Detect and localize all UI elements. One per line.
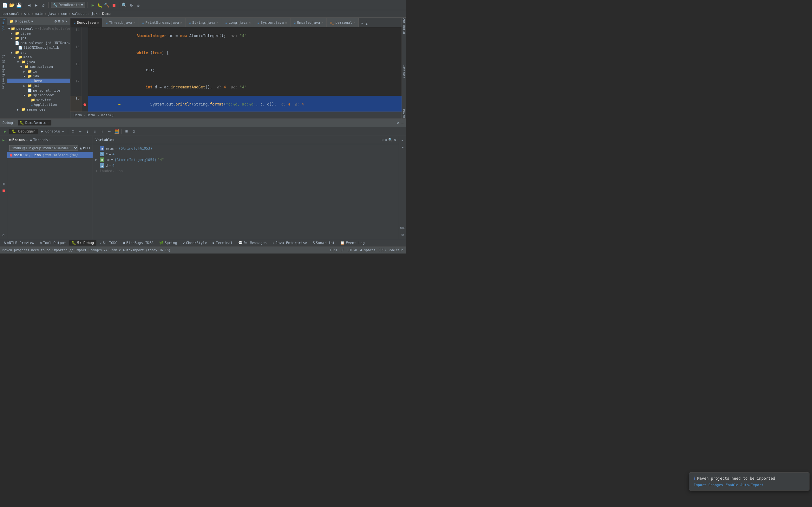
thread-select[interactable]: "main"@1 in group "main": RUNNING [9,145,78,151]
breadcrumb-java[interactable]: java [48,12,56,16]
bottom-tab-findbugs[interactable]: ● FindBugs-IDEA [120,240,156,245]
tree-jni[interactable]: ▼ 📁 jni [7,36,70,41]
var-d[interactable]: i d = 4 [93,163,399,168]
settings-view-btn[interactable]: ▷▷ [400,225,405,231]
debug-icon[interactable]: 🐛 [97,2,103,8]
debug-minimize-icon[interactable]: — [401,121,403,125]
back-icon[interactable]: ◀ [26,2,32,8]
breadcrumb-src[interactable]: src [24,12,31,16]
debug-session-close[interactable]: ✕ [48,121,49,124]
save-icon[interactable]: 💾 [16,2,21,8]
breadcrumb-personal[interactable]: personal [3,12,19,16]
new-file-icon[interactable]: 📄 [2,2,8,8]
tab-string-java[interactable]: ☕ String.java ✕ [186,18,222,27]
tree-idea[interactable]: ▶ 📁 .idea [7,31,70,36]
close-view-btn[interactable]: ⚙ [400,232,405,238]
force-step-into-btn[interactable]: ⇓ [92,128,98,135]
tree-jnilib[interactable]: 📄 libJNIDemo.jnilib [7,45,70,50]
breadcrumb-jdk[interactable]: jdk [91,12,98,16]
structure-icon[interactable]: 2: Structure [0,62,7,68]
tab-thread-close[interactable]: ✕ [134,21,136,24]
breadcrumb-com[interactable]: com [61,12,67,16]
breadcrumb-main[interactable]: main [35,12,44,16]
tree-main[interactable]: ▼ 📁 main [7,55,70,60]
tree-jni2[interactable]: ▶ 📁 jni [7,83,70,88]
status-git[interactable]: CS9↑ ↓SalesOn [379,248,403,252]
tab-long-close[interactable]: ✕ [249,21,251,24]
tab-unsafe-java[interactable]: ☕ Unsafe.java ✕ [291,18,327,27]
status-indent[interactable]: 4 spaces [360,248,375,252]
settings-icon[interactable]: ⚙ [129,2,134,8]
tab-demo-close[interactable]: ✕ [97,21,99,24]
restore-view-btn[interactable]: ↙ [400,137,405,143]
tree-root[interactable]: ▼ 📁 personal ~/IdeaProjects/personal [7,26,70,31]
sdk-icon[interactable]: ☕ [136,2,141,8]
locate-icon[interactable]: ⊙ [55,19,57,23]
tab-string-close[interactable]: ✕ [217,21,218,24]
search-icon[interactable]: 🔍 [121,2,127,8]
bottom-tab-checkstyle[interactable]: ✓ CheckStyle [181,240,210,245]
debug-stop-side[interactable]: ⏹ [1,188,6,193]
settings-panel-icon[interactable]: ⚙ [62,19,64,23]
bottom-tab-spring[interactable]: 🌿 Spring [157,240,180,245]
bottom-tab-sonarlint[interactable]: S SonarLint [310,240,337,245]
close-panel-icon[interactable]: ✕ [65,19,67,23]
bottom-tab-tooloutput[interactable]: A Tool Output [38,240,68,245]
stop-icon[interactable]: ⏹ [111,2,117,8]
step-into-btn[interactable]: ↓ [84,128,91,135]
tab-long-java[interactable]: ☕ Long.java ✕ [222,18,254,27]
code-editor[interactable]: 14 AtomicInteger ac = new AtomicInteger(… [70,27,402,112]
tab-demo-java[interactable]: ☕ Demo.java ✕ [70,18,102,27]
tree-jdk[interactable]: ▼ 📁 jdk [7,74,70,78]
project-selector[interactable]: 🔧 DemoRemote ▼ [51,2,85,8]
line-gutter-14[interactable] [82,27,88,44]
line-gutter-15[interactable] [82,44,88,61]
restore-layout-btn[interactable]: ⊞ [123,128,130,135]
var-search-icon[interactable]: 🔍 [388,138,393,142]
tree-resources[interactable]: ▶ 📁 resources [7,107,70,112]
tab-personal-close[interactable]: ✕ [353,21,355,24]
panel-dropdown[interactable]: ▼ [31,20,33,23]
tree-application[interactable]: ☕ Application [7,102,70,107]
favorites-icon[interactable]: 2: Favorites [0,76,7,82]
frames-tab[interactable]: ▤ Frames ↪ [9,138,28,142]
frame-item-main[interactable]: main:18, Demo (com.saleson.jdk) [7,152,93,158]
frames-up-icon[interactable]: ▲ [80,146,82,150]
bottom-tab-debug[interactable]: 🐛 5: Debug [69,240,96,245]
open-icon[interactable]: 📂 [9,2,14,8]
frames-add-icon[interactable]: + [89,146,91,150]
bottom-tab-javaenterprise[interactable]: ☕ Java Enterprise [270,240,310,245]
breadcrumb-demo[interactable]: Demo [102,12,111,16]
tree-springboot[interactable]: ▼ 📁 springboot [7,93,70,98]
var-c[interactable]: i c = 4 [93,151,399,157]
tab-system-close[interactable]: ✕ [285,21,287,24]
step-out-btn[interactable]: ↑ [99,128,105,135]
debug-pause-side[interactable]: ⏸ [1,181,6,187]
project-icon[interactable]: 1: Project [0,19,7,25]
breadcrumb-saleson[interactable]: saleson [72,12,87,16]
minimize-view-btn[interactable]: ↗ [400,144,405,150]
debug-rerun-side[interactable]: ↺ [1,232,6,238]
tab-personal[interactable]: m̲ personal ✕ [327,18,359,27]
frames-filter-icon[interactable]: ⊟ [86,146,88,150]
var-args[interactable]: a args = {String[0]@1053} [93,146,399,151]
line-gutter-16[interactable] [82,61,88,78]
tab-printstream-close[interactable]: ✕ [180,21,182,24]
maven-label[interactable]: Maven [403,109,406,118]
bottom-tab-todo[interactable]: ✓ 6: TODO [97,240,120,245]
show-execution-point-btn[interactable]: ⊙ [70,128,76,135]
bottom-tab-antlr[interactable]: A ANTLR Preview [1,240,37,245]
line-gutter-17[interactable] [82,78,88,96]
run-icon[interactable]: ▶ [90,2,96,8]
forward-icon[interactable]: ▶ [33,2,39,8]
tree-java[interactable]: ▼ 📁 java [7,60,70,64]
status-linesep[interactable]: LF [340,248,344,252]
editor-breadcrumb-demo[interactable]: Demo [73,113,82,117]
collapse-icon[interactable]: ≡ [58,19,60,23]
breakpoint-18[interactable]: ● [84,101,86,107]
refresh-icon[interactable]: ↺ [40,2,46,8]
tab-system-java[interactable]: ☕ System.java ✕ [254,18,291,27]
var-ac[interactable]: ▶ o ac = {AtomicInteger@1054} "4" [93,157,399,163]
tree-jnidemo-h[interactable]: 📄 com_saleson_jni_JNIDemo.h [7,41,70,45]
ant-build-label[interactable]: Ant Build [403,18,406,34]
